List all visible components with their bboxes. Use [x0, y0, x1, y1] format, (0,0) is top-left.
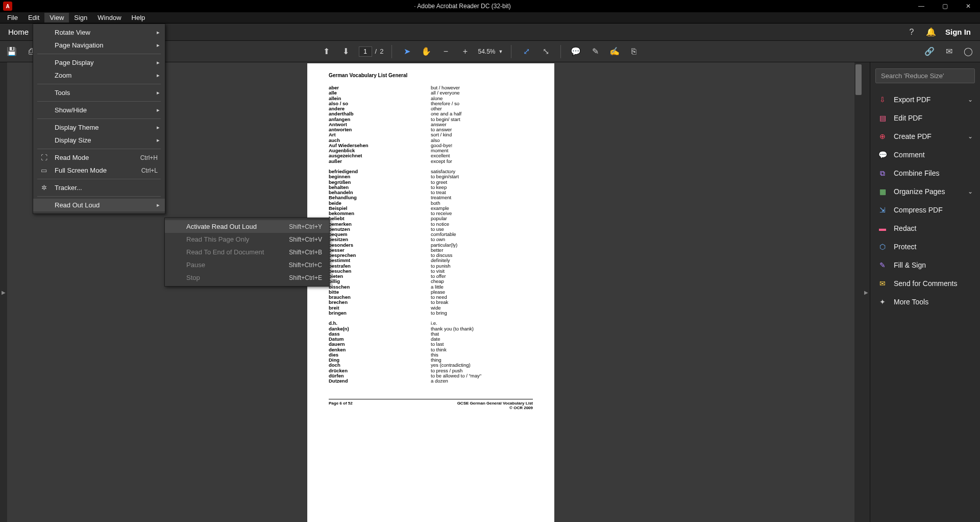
- view-menu-read-out-loud[interactable]: Read Out Loud: [33, 199, 165, 211]
- view-menu-tracker-[interactable]: ✲Tracker...: [33, 181, 165, 194]
- doc-title: German Vocabulary List General: [329, 73, 533, 78]
- tool-label: More Tools: [894, 298, 928, 306]
- vocab-german-column: aberallealleinalso / soandereanderthalba…: [329, 85, 431, 384]
- tool-more-tools[interactable]: ✦More Tools: [875, 293, 975, 311]
- tool-label: Export PDF: [894, 96, 930, 104]
- chevron-down-icon: ⌄: [968, 96, 973, 103]
- page-total: 2: [380, 48, 383, 55]
- tool-icon: ⊕: [877, 131, 888, 141]
- menu-file[interactable]: File: [2, 13, 23, 22]
- minimize-button[interactable]: ―: [910, 0, 933, 12]
- fit-width-icon[interactable]: ⤢: [520, 45, 533, 58]
- sign-icon[interactable]: ✍: [608, 45, 621, 58]
- vertical-scrollbar[interactable]: [854, 62, 863, 522]
- tool-comment[interactable]: 💬Comment: [875, 146, 975, 164]
- zoom-level[interactable]: 54.5%: [478, 48, 495, 55]
- menu-window[interactable]: Window: [92, 13, 126, 22]
- vocab-english-column: but / howeverall / everyonealonetherefor…: [431, 85, 533, 384]
- close-button[interactable]: ✕: [957, 0, 980, 12]
- tool-compress-pdf[interactable]: ⇲Compress PDF: [875, 201, 975, 219]
- tool-icon: ✉: [877, 278, 888, 289]
- footer-right1: GCSE German General Vocabulary List: [457, 401, 533, 406]
- chevron-down-icon: ⌄: [968, 188, 973, 195]
- view-menu-display-theme[interactable]: Display Theme: [33, 121, 165, 134]
- view-menu-read-mode[interactable]: ⛶Read ModeCtrl+H: [33, 151, 165, 164]
- tool-fill-sign[interactable]: ✎Fill & Sign: [875, 256, 975, 274]
- right-panel-collapser[interactable]: ▶: [863, 62, 870, 522]
- zoom-out-icon[interactable]: −: [439, 45, 452, 58]
- page-indicator: / 2: [359, 46, 384, 57]
- tool-export-pdf[interactable]: ⇩Export PDF⌄: [875, 90, 975, 109]
- tool-edit-pdf[interactable]: ▤Edit PDF: [875, 109, 975, 127]
- menu-help[interactable]: Help: [127, 13, 151, 22]
- readout-read-this-page-only: Read This Page OnlyShift+Ctrl+V: [165, 233, 329, 246]
- tool-icon: ▦: [877, 186, 888, 197]
- page-up-icon[interactable]: ⬆: [320, 45, 333, 58]
- tool-icon: ⇲: [877, 205, 888, 215]
- pdf-page: German Vocabulary List General aberallea…: [307, 63, 554, 522]
- highlight-icon[interactable]: ✎: [589, 45, 602, 58]
- read-out-loud-submenu: Activate Read Out LoudShift+Ctrl+YRead T…: [164, 218, 330, 287]
- view-menu-page-navigation[interactable]: Page Navigation: [33, 39, 165, 52]
- tool-icon: ⬡: [877, 242, 888, 252]
- tool-redact[interactable]: ▬Redact: [875, 219, 975, 238]
- tool-organize-pages[interactable]: ▦Organize Pages⌄: [875, 182, 975, 201]
- help-icon[interactable]: ?: [906, 27, 917, 37]
- view-menu-display-size[interactable]: Display Size: [33, 134, 165, 147]
- sign-in-button[interactable]: Sign In: [945, 28, 971, 36]
- view-menu-full-screen-mode[interactable]: ▭Full Screen ModeCtrl+L: [33, 164, 165, 177]
- readout-activate-read-out-loud[interactable]: Activate Read Out LoudShift+Ctrl+Y: [165, 220, 329, 233]
- menu-edit[interactable]: Edit: [23, 13, 44, 22]
- tool-combine-files[interactable]: ⧉Combine Files: [875, 164, 975, 182]
- menubar: FileEditViewSignWindowHelp: [0, 12, 980, 23]
- hand-tool-icon[interactable]: ✋: [420, 45, 433, 58]
- footer-right2: © OCR 2009: [509, 406, 533, 410]
- view-menu-dropdown: Rotate ViewPage NavigationPage DisplayZo…: [33, 23, 165, 214]
- select-tool-icon[interactable]: ➤: [400, 45, 413, 58]
- tool-icon: ▬: [877, 223, 888, 233]
- tool-protect[interactable]: ⬡Protect: [875, 238, 975, 256]
- view-menu-tools[interactable]: Tools: [33, 86, 165, 99]
- tool-label: Protect: [894, 243, 916, 251]
- tool-create-pdf[interactable]: ⊕Create PDF⌄: [875, 127, 975, 146]
- view-menu-zoom[interactable]: Zoom: [33, 69, 165, 82]
- page-sep: /: [375, 48, 377, 55]
- app-icon: A: [3, 2, 12, 11]
- scrollbar-thumb[interactable]: [855, 64, 862, 95]
- readout-read-to-end-of-document: Read To End of DocumentShift+Ctrl+B: [165, 246, 329, 258]
- tool-icon: ⧉: [877, 168, 888, 178]
- view-menu-show-hide[interactable]: Show/Hide: [33, 104, 165, 116]
- tools-panel: Search 'Reduce Size' ⇩Export PDF⌄▤Edit P…: [870, 62, 980, 522]
- footer-left: Page 6 of 52: [329, 401, 353, 410]
- tool-icon: ⇩: [877, 94, 888, 105]
- stamp-icon[interactable]: ⎘: [627, 45, 641, 58]
- tool-label: Redact: [894, 224, 916, 232]
- view-menu-rotate-view[interactable]: Rotate View: [33, 26, 165, 39]
- tool-send-for-comments[interactable]: ✉Send for Comments: [875, 274, 975, 293]
- left-panel-expander[interactable]: ▶: [0, 62, 7, 522]
- tool-icon: ✎: [877, 260, 888, 270]
- zoom-in-icon[interactable]: +: [458, 45, 472, 58]
- account-icon[interactable]: ◯: [962, 45, 975, 58]
- tool-label: Send for Comments: [894, 279, 958, 288]
- window-title: · Adobe Acrobat Reader DC (32-bit): [15, 3, 910, 10]
- page-current-input[interactable]: [359, 46, 372, 57]
- comment-icon[interactable]: 💬: [569, 45, 582, 58]
- zoom-dropdown-icon[interactable]: ▼: [498, 49, 503, 54]
- tools-search-input[interactable]: Search 'Reduce Size': [875, 68, 975, 83]
- tool-label: Organize Pages: [894, 187, 945, 196]
- tool-icon: ✦: [877, 297, 888, 307]
- tool-label: Comment: [894, 151, 925, 159]
- menu-sign[interactable]: Sign: [69, 13, 92, 22]
- menu-view[interactable]: View: [44, 13, 69, 22]
- save-icon[interactable]: 💾: [5, 45, 18, 58]
- page-down-icon[interactable]: ⬇: [339, 45, 353, 58]
- email-icon[interactable]: ✉: [942, 45, 955, 58]
- home-tab[interactable]: Home: [0, 23, 37, 40]
- maximize-button[interactable]: ▢: [933, 0, 957, 12]
- bell-icon[interactable]: 🔔: [926, 27, 936, 37]
- chevron-down-icon: ⌄: [968, 133, 973, 140]
- view-menu-page-display[interactable]: Page Display: [33, 56, 165, 69]
- link-icon[interactable]: 🔗: [923, 45, 936, 58]
- fit-page-icon[interactable]: ⤡: [539, 45, 552, 58]
